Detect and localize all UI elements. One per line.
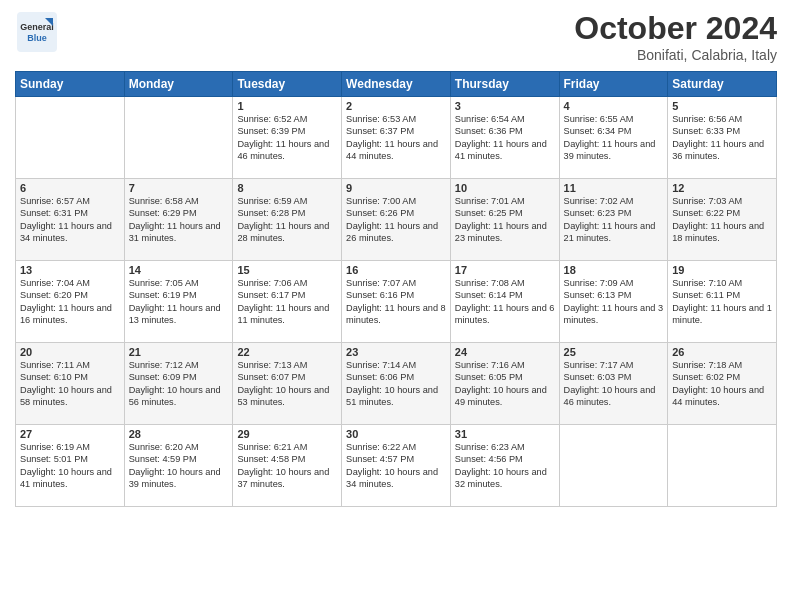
calendar-table: SundayMondayTuesdayWednesdayThursdayFrid… — [15, 71, 777, 507]
day-number: 27 — [20, 428, 120, 440]
day-info: Sunrise: 7:03 AM Sunset: 6:22 PM Dayligh… — [672, 195, 772, 245]
day-number: 26 — [672, 346, 772, 358]
day-info: Sunrise: 7:00 AM Sunset: 6:26 PM Dayligh… — [346, 195, 446, 245]
header-row: SundayMondayTuesdayWednesdayThursdayFrid… — [16, 72, 777, 97]
day-info: Sunrise: 6:58 AM Sunset: 6:29 PM Dayligh… — [129, 195, 229, 245]
day-info: Sunrise: 7:05 AM Sunset: 6:19 PM Dayligh… — [129, 277, 229, 327]
day-header-sunday: Sunday — [16, 72, 125, 97]
day-number: 21 — [129, 346, 229, 358]
day-cell: 30Sunrise: 6:22 AM Sunset: 4:57 PM Dayli… — [342, 425, 451, 507]
day-number: 2 — [346, 100, 446, 112]
day-info: Sunrise: 7:18 AM Sunset: 6:02 PM Dayligh… — [672, 359, 772, 409]
day-cell: 22Sunrise: 7:13 AM Sunset: 6:07 PM Dayli… — [233, 343, 342, 425]
day-header-friday: Friday — [559, 72, 668, 97]
svg-text:General: General — [20, 22, 54, 32]
day-info: Sunrise: 7:04 AM Sunset: 6:20 PM Dayligh… — [20, 277, 120, 327]
location: Bonifati, Calabria, Italy — [574, 47, 777, 63]
day-cell: 15Sunrise: 7:06 AM Sunset: 6:17 PM Dayli… — [233, 261, 342, 343]
day-info: Sunrise: 7:02 AM Sunset: 6:23 PM Dayligh… — [564, 195, 664, 245]
week-row-1: 1Sunrise: 6:52 AM Sunset: 6:39 PM Daylig… — [16, 97, 777, 179]
day-number: 14 — [129, 264, 229, 276]
day-header-wednesday: Wednesday — [342, 72, 451, 97]
day-cell: 25Sunrise: 7:17 AM Sunset: 6:03 PM Dayli… — [559, 343, 668, 425]
day-info: Sunrise: 7:13 AM Sunset: 6:07 PM Dayligh… — [237, 359, 337, 409]
day-info: Sunrise: 6:57 AM Sunset: 6:31 PM Dayligh… — [20, 195, 120, 245]
day-cell: 20Sunrise: 7:11 AM Sunset: 6:10 PM Dayli… — [16, 343, 125, 425]
month-title: October 2024 — [574, 10, 777, 47]
day-info: Sunrise: 7:12 AM Sunset: 6:09 PM Dayligh… — [129, 359, 229, 409]
day-number: 5 — [672, 100, 772, 112]
day-cell: 18Sunrise: 7:09 AM Sunset: 6:13 PM Dayli… — [559, 261, 668, 343]
day-cell: 6Sunrise: 6:57 AM Sunset: 6:31 PM Daylig… — [16, 179, 125, 261]
day-cell: 8Sunrise: 6:59 AM Sunset: 6:28 PM Daylig… — [233, 179, 342, 261]
day-number: 16 — [346, 264, 446, 276]
day-header-thursday: Thursday — [450, 72, 559, 97]
day-number: 6 — [20, 182, 120, 194]
day-number: 15 — [237, 264, 337, 276]
day-info: Sunrise: 7:08 AM Sunset: 6:14 PM Dayligh… — [455, 277, 555, 327]
day-cell: 1Sunrise: 6:52 AM Sunset: 6:39 PM Daylig… — [233, 97, 342, 179]
day-cell: 14Sunrise: 7:05 AM Sunset: 6:19 PM Dayli… — [124, 261, 233, 343]
day-cell: 5Sunrise: 6:56 AM Sunset: 6:33 PM Daylig… — [668, 97, 777, 179]
day-number: 12 — [672, 182, 772, 194]
svg-text:Blue: Blue — [27, 33, 47, 43]
day-cell: 16Sunrise: 7:07 AM Sunset: 6:16 PM Dayli… — [342, 261, 451, 343]
day-header-saturday: Saturday — [668, 72, 777, 97]
day-cell: 23Sunrise: 7:14 AM Sunset: 6:06 PM Dayli… — [342, 343, 451, 425]
header: General Blue October 2024 Bonifati, Cala… — [15, 10, 777, 63]
day-number: 9 — [346, 182, 446, 194]
day-number: 29 — [237, 428, 337, 440]
day-cell: 4Sunrise: 6:55 AM Sunset: 6:34 PM Daylig… — [559, 97, 668, 179]
day-number: 31 — [455, 428, 555, 440]
day-info: Sunrise: 6:56 AM Sunset: 6:33 PM Dayligh… — [672, 113, 772, 163]
day-cell: 28Sunrise: 6:20 AM Sunset: 4:59 PM Dayli… — [124, 425, 233, 507]
day-info: Sunrise: 6:22 AM Sunset: 4:57 PM Dayligh… — [346, 441, 446, 491]
day-cell: 29Sunrise: 6:21 AM Sunset: 4:58 PM Dayli… — [233, 425, 342, 507]
day-cell — [124, 97, 233, 179]
title-area: October 2024 Bonifati, Calabria, Italy — [574, 10, 777, 63]
week-row-5: 27Sunrise: 6:19 AM Sunset: 5:01 PM Dayli… — [16, 425, 777, 507]
day-cell: 19Sunrise: 7:10 AM Sunset: 6:11 PM Dayli… — [668, 261, 777, 343]
day-cell: 26Sunrise: 7:18 AM Sunset: 6:02 PM Dayli… — [668, 343, 777, 425]
day-cell — [559, 425, 668, 507]
day-cell — [16, 97, 125, 179]
day-number: 23 — [346, 346, 446, 358]
day-cell: 3Sunrise: 6:54 AM Sunset: 6:36 PM Daylig… — [450, 97, 559, 179]
day-number: 25 — [564, 346, 664, 358]
day-number: 17 — [455, 264, 555, 276]
logo-icon-container: General Blue — [15, 10, 59, 54]
day-cell: 11Sunrise: 7:02 AM Sunset: 6:23 PM Dayli… — [559, 179, 668, 261]
day-number: 1 — [237, 100, 337, 112]
day-info: Sunrise: 6:19 AM Sunset: 5:01 PM Dayligh… — [20, 441, 120, 491]
day-number: 18 — [564, 264, 664, 276]
day-info: Sunrise: 6:21 AM Sunset: 4:58 PM Dayligh… — [237, 441, 337, 491]
day-number: 8 — [237, 182, 337, 194]
day-cell: 31Sunrise: 6:23 AM Sunset: 4:56 PM Dayli… — [450, 425, 559, 507]
week-row-3: 13Sunrise: 7:04 AM Sunset: 6:20 PM Dayli… — [16, 261, 777, 343]
day-info: Sunrise: 6:20 AM Sunset: 4:59 PM Dayligh… — [129, 441, 229, 491]
logo: General Blue — [15, 10, 59, 54]
day-cell: 17Sunrise: 7:08 AM Sunset: 6:14 PM Dayli… — [450, 261, 559, 343]
day-info: Sunrise: 6:54 AM Sunset: 6:36 PM Dayligh… — [455, 113, 555, 163]
day-cell — [668, 425, 777, 507]
day-number: 13 — [20, 264, 120, 276]
logo-svg: General Blue — [15, 10, 59, 54]
day-info: Sunrise: 7:01 AM Sunset: 6:25 PM Dayligh… — [455, 195, 555, 245]
day-info: Sunrise: 7:11 AM Sunset: 6:10 PM Dayligh… — [20, 359, 120, 409]
day-info: Sunrise: 6:52 AM Sunset: 6:39 PM Dayligh… — [237, 113, 337, 163]
day-info: Sunrise: 7:09 AM Sunset: 6:13 PM Dayligh… — [564, 277, 664, 327]
day-info: Sunrise: 7:07 AM Sunset: 6:16 PM Dayligh… — [346, 277, 446, 327]
day-cell: 27Sunrise: 6:19 AM Sunset: 5:01 PM Dayli… — [16, 425, 125, 507]
day-info: Sunrise: 6:55 AM Sunset: 6:34 PM Dayligh… — [564, 113, 664, 163]
day-info: Sunrise: 7:06 AM Sunset: 6:17 PM Dayligh… — [237, 277, 337, 327]
day-cell: 10Sunrise: 7:01 AM Sunset: 6:25 PM Dayli… — [450, 179, 559, 261]
day-info: Sunrise: 7:10 AM Sunset: 6:11 PM Dayligh… — [672, 277, 772, 327]
day-cell: 9Sunrise: 7:00 AM Sunset: 6:26 PM Daylig… — [342, 179, 451, 261]
day-info: Sunrise: 6:23 AM Sunset: 4:56 PM Dayligh… — [455, 441, 555, 491]
week-row-2: 6Sunrise: 6:57 AM Sunset: 6:31 PM Daylig… — [16, 179, 777, 261]
day-number: 3 — [455, 100, 555, 112]
day-number: 7 — [129, 182, 229, 194]
week-row-4: 20Sunrise: 7:11 AM Sunset: 6:10 PM Dayli… — [16, 343, 777, 425]
day-header-tuesday: Tuesday — [233, 72, 342, 97]
day-cell: 24Sunrise: 7:16 AM Sunset: 6:05 PM Dayli… — [450, 343, 559, 425]
